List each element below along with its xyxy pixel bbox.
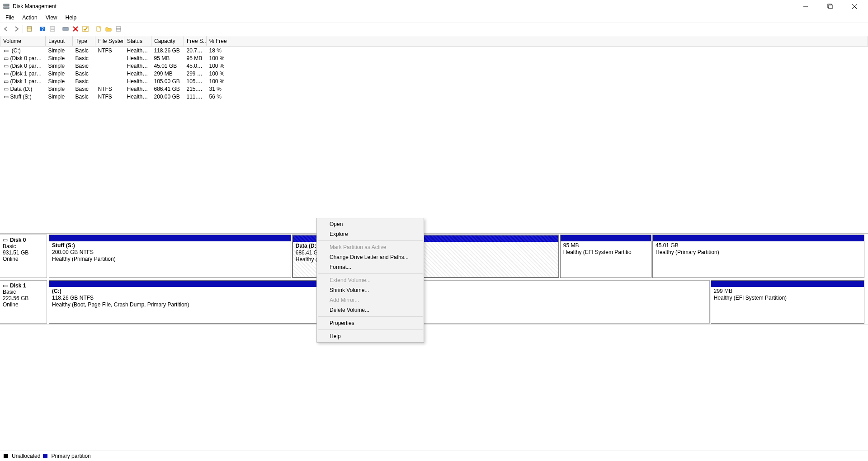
disk-name: Disk 1 (10, 282, 26, 289)
cell-fs (95, 62, 124, 70)
cell-pct: 100 % (207, 77, 228, 85)
volume-icon: ▭ (3, 94, 9, 100)
context-menu-item[interactable]: Open (317, 219, 424, 229)
folder-icon[interactable] (104, 24, 113, 33)
volume-list: VolumeLayoutTypeFile SystemStatusCapacit… (0, 35, 868, 100)
cell-free: 95 MB (184, 54, 207, 62)
new-icon[interactable] (94, 24, 103, 33)
window-controls (797, 1, 865, 12)
table-row[interactable]: ▭(Disk 0 partitio...SimpleBasicHealthy .… (0, 54, 868, 62)
disk-type: Basic (3, 243, 44, 249)
cell-layout: Simple (46, 47, 73, 55)
show-hide-console-icon[interactable] (25, 24, 34, 33)
column-header-status[interactable]: Status (124, 36, 151, 47)
column-header-free[interactable]: Free S... (184, 36, 207, 47)
close-button[interactable] (846, 1, 863, 12)
cell-fs: NTFS (95, 85, 124, 93)
context-menu-item: Extend Volume... (317, 275, 424, 285)
context-menu-item[interactable]: Help (317, 331, 424, 341)
table-row[interactable]: ▭ (C:)SimpleBasicNTFSHealthy ...118.26 G… (0, 47, 868, 55)
context-menu-separator (318, 273, 423, 274)
volume-icon: ▭ (3, 86, 9, 92)
cell-layout: Simple (46, 54, 73, 62)
minimize-button[interactable] (797, 1, 814, 12)
disk-type: Basic (3, 289, 44, 295)
context-menu-item[interactable]: Properties (317, 318, 424, 328)
disk-partitions: Stuff (S:)200.00 GB NTFSHealthy (Primary… (49, 235, 868, 278)
menu-help[interactable]: Help (62, 14, 80, 22)
context-menu-item[interactable]: Change Drive Letter and Paths... (317, 252, 424, 262)
table-row[interactable]: ▭(Disk 1 partitio...SimpleBasicHealthy .… (0, 70, 868, 77)
context-menu-separator (318, 240, 423, 241)
cell-fs: NTFS (95, 47, 124, 55)
legend-primary: Primary partition (51, 453, 90, 459)
cell-free: 111.16... (184, 93, 207, 100)
svg-rect-14 (63, 28, 68, 30)
cell-capacity: 686.41 GB (151, 85, 184, 93)
cell-free: 20.77 ... (184, 47, 207, 55)
context-menu-item[interactable]: Explore (317, 229, 424, 239)
column-header-volume[interactable]: Volume (0, 36, 46, 47)
delete-icon[interactable] (71, 24, 80, 33)
svg-rect-1 (4, 7, 9, 9)
table-row[interactable]: ▭Stuff (S:)SimpleBasicNTFSHealthy ...200… (0, 93, 868, 100)
context-menu-item: Mark Partition as Active (317, 242, 424, 252)
cell-capacity: 299 MB (151, 70, 184, 77)
partition-title: Stuff (S:) (52, 242, 288, 249)
check-icon[interactable] (81, 24, 90, 33)
disk-label[interactable]: ▭Disk 0Basic931.51 GBOnline (0, 235, 47, 278)
forward-icon[interactable] (12, 24, 21, 33)
disk-label[interactable]: ▭Disk 1Basic223.56 GBOnline (0, 280, 47, 324)
context-menu-item[interactable]: Shrink Volume... (317, 285, 424, 295)
disk-name: Disk 0 (10, 237, 26, 243)
column-header-pct[interactable]: % Free (207, 36, 228, 47)
context-menu-item[interactable]: Format... (317, 262, 424, 272)
partition[interactable]: 45.01 GBHealthy (Primary Partition) (652, 235, 864, 278)
context-menu-separator (318, 329, 423, 330)
svg-rect-4 (829, 5, 832, 9)
help-icon[interactable]: ? (38, 24, 47, 33)
back-icon[interactable] (2, 24, 11, 33)
disk-icon[interactable] (61, 24, 70, 33)
list-icon[interactable] (114, 24, 123, 33)
column-header-layout[interactable]: Layout (46, 36, 73, 47)
properties-icon[interactable] (48, 24, 57, 33)
cell-volume: ▭Stuff (S:) (0, 93, 46, 100)
menu-view[interactable]: View (42, 14, 61, 22)
titlebar: Disk Management (0, 0, 868, 13)
table-row[interactable]: ▭(Disk 1 partitio...SimpleBasicHealthy .… (0, 77, 868, 85)
partition[interactable]: Stuff (S:)200.00 GB NTFSHealthy (Primary… (49, 235, 291, 278)
table-row[interactable]: ▭(Disk 0 partitio...SimpleBasicHealthy .… (0, 62, 868, 70)
menu-action[interactable]: Action (19, 14, 41, 22)
cell-capacity: 118.26 GB (151, 47, 184, 55)
partition[interactable]: 95 MBHealthy (EFI System Partitio (560, 235, 651, 278)
cell-capacity: 45.01 GB (151, 62, 184, 70)
cell-type: Basic (73, 70, 95, 77)
disk-graphical-pane: ▭Disk 0Basic931.51 GBOnlineStuff (S:)200… (0, 233, 868, 325)
partition-stripe (49, 235, 291, 241)
cell-layout: Simple (46, 93, 73, 100)
svg-rect-20 (116, 27, 121, 31)
legend-swatch-primary (43, 454, 47, 458)
column-header-type[interactable]: Type (73, 36, 95, 47)
cell-type: Basic (73, 85, 95, 93)
partition[interactable] (422, 280, 709, 324)
table-row[interactable]: ▭Data (D:)SimpleBasicNTFSHealthy ...686.… (0, 85, 868, 93)
cell-fs (95, 77, 124, 85)
volume-icon: ▭ (3, 63, 9, 69)
partition[interactable]: 299 MBHealthy (EFI System Partition) (711, 280, 864, 324)
partition-stripe (711, 281, 864, 287)
disk-icon: ▭ (3, 237, 9, 243)
cell-layout: Simple (46, 62, 73, 70)
column-header-capacity[interactable]: Capacity (151, 36, 184, 47)
disk-size: 223.56 GB (3, 295, 44, 301)
cell-capacity: 105.00 GB (151, 77, 184, 85)
context-menu-item[interactable]: Delete Volume... (317, 305, 424, 315)
partition-size: 200.00 GB NTFS (52, 249, 288, 256)
column-header-fs[interactable]: File System (95, 36, 124, 47)
menu-file[interactable]: File (2, 14, 18, 22)
svg-rect-11 (50, 27, 55, 31)
maximize-button[interactable] (822, 1, 838, 12)
window-title: Disk Management (13, 3, 57, 9)
partition-size: 299 MB (714, 288, 861, 295)
